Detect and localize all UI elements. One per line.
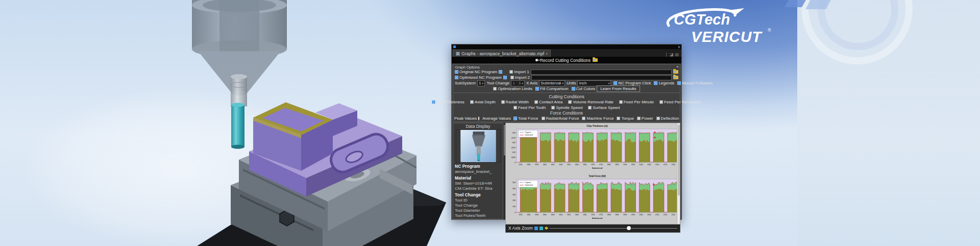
checkbox-box[interactable]	[659, 100, 663, 104]
pin-icon[interactable]: ❘	[665, 52, 668, 57]
checkbox-box[interactable]	[588, 106, 592, 109]
checkbox-box[interactable]	[493, 87, 497, 91]
zoom-in-icon[interactable]	[534, 227, 538, 230]
checkbox-box[interactable]	[470, 100, 474, 104]
checkbox-label: Feed Per Tooth	[518, 105, 546, 110]
checkbox-box[interactable]	[455, 70, 458, 74]
checkbox-spindle-speed[interactable]: Spindle Speed	[551, 105, 582, 110]
graph-options-header: Graph Options	[455, 65, 480, 70]
checkbox-box[interactable]	[677, 81, 681, 85]
checkbox-label: Mouse Followers	[682, 81, 713, 85]
chart-text: 3300	[527, 214, 530, 216]
checkbox-machine-force[interactable]: Machine Force	[582, 116, 614, 121]
zoom-slider-track[interactable]	[550, 228, 677, 229]
tab-graphs[interactable]: Graphs - aerospace_bracket_alternate.mpf…	[453, 50, 551, 57]
chart-text: 3550	[567, 164, 571, 166]
import1-browse-icon[interactable]	[673, 70, 678, 74]
checkbox-box[interactable]	[510, 76, 514, 79]
checkbox-box[interactable]	[509, 70, 513, 74]
checkbox-box[interactable]	[654, 81, 657, 85]
zoom-out-icon[interactable]	[540, 227, 543, 230]
checkbox-cut-colors[interactable]: Cut Colors	[572, 86, 596, 91]
data-display-header: Data Display	[455, 124, 501, 129]
chart-text: 4200	[672, 214, 675, 216]
import2-checkbox[interactable]: Import 2	[510, 75, 530, 80]
checkbox-total-force[interactable]: Total Force	[513, 116, 538, 121]
charts-scrollbar[interactable]	[677, 123, 680, 224]
checkbox-box[interactable]	[582, 117, 585, 120]
checkbox-radial-width[interactable]: Radial Width	[501, 100, 529, 104]
record-folder-icon[interactable]	[593, 58, 598, 62]
checkbox-nc-program-click[interactable]: NC Program Click	[614, 81, 651, 85]
checkbox-mouse-followers[interactable]: Mouse Followers	[677, 81, 713, 85]
checkbox-box[interactable]	[614, 81, 617, 85]
checkbox-fill-comparison[interactable]: Fill Comparison	[535, 86, 569, 91]
units-label: Units	[567, 81, 576, 85]
float-icon[interactable]: ◪	[670, 52, 674, 57]
collapse-caret-icon[interactable]: ▾	[676, 65, 678, 69]
original-nc-checkbox[interactable]: Original NC Program	[455, 70, 497, 74]
chart-text: 3500	[559, 164, 562, 166]
window-close-icon[interactable]: x	[678, 45, 680, 49]
dock-icon[interactable]: ▤	[675, 52, 679, 57]
checkbox-box[interactable]	[501, 100, 505, 104]
import1-path-field[interactable]	[531, 70, 672, 75]
checkbox-box[interactable]	[551, 106, 555, 109]
checkbox-box[interactable]	[513, 106, 517, 109]
checkbox-box[interactable]	[542, 117, 545, 120]
checkbox-box[interactable]	[617, 117, 620, 120]
zoom-slider-thumb[interactable]	[627, 226, 631, 230]
import1-checkbox[interactable]: Import 1	[509, 70, 529, 74]
optimized-nc-color-box[interactable]	[503, 76, 507, 79]
checkbox-box[interactable]	[535, 87, 539, 91]
checkbox-volume-removal-rate[interactable]: Volume Removal Rate	[568, 100, 614, 104]
chart-text: 3900	[623, 214, 627, 216]
subsystem-select[interactable]: 1▾	[477, 80, 485, 86]
data-section-title: NC Program	[455, 164, 501, 169]
checkbox-label: Spindle Speed	[556, 105, 582, 110]
checkbox-box[interactable]	[455, 76, 458, 79]
checkbox-label: Chip Thickness	[436, 100, 464, 104]
checkbox-torque[interactable]: Torque	[617, 116, 633, 121]
import2-browse-icon[interactable]	[673, 76, 678, 79]
checkbox-power[interactable]: Power	[637, 116, 653, 121]
tab-close-icon[interactable]: x	[546, 51, 548, 56]
checkbox-box[interactable]	[619, 100, 623, 104]
checkbox-feed-per-tooth[interactable]: Feed Per Tooth	[513, 105, 546, 110]
checkbox-feed-per-revolution[interactable]: Feed Per Revolution	[659, 100, 701, 104]
checkbox-label: Contact Area	[539, 100, 562, 104]
checkbox-box[interactable]	[637, 117, 641, 120]
original-nc-color-box[interactable]	[499, 70, 502, 74]
learn-from-results-button[interactable]: Learn From Results	[597, 85, 640, 92]
checkbox-surface-speed[interactable]: Surface Speed	[588, 105, 620, 110]
checkbox-radial-axial-force[interactable]: Radial/Axial Force	[542, 116, 579, 121]
checkbox-box[interactable]	[513, 117, 517, 120]
checkbox-axial-depth[interactable]: Axial Depth	[470, 100, 496, 104]
zoom-reset-icon[interactable]	[545, 227, 548, 230]
checkbox-box[interactable]	[572, 87, 575, 91]
record-button[interactable]: Record Cutting Conditions	[540, 58, 591, 63]
tool-change-select[interactable]: 1 : 3▾	[511, 80, 525, 86]
checkbox-box[interactable]	[534, 100, 538, 104]
optimized-nc-checkbox[interactable]: Optimized NC Program	[455, 75, 502, 80]
chart-text: Subinterval	[592, 217, 603, 219]
checkbox-box[interactable]	[568, 100, 572, 104]
checkbox-feed-per-minute[interactable]: Feed Per Minute	[619, 100, 654, 104]
checkbox-legends[interactable]: Legends	[654, 81, 674, 85]
checkbox-contact-area[interactable]: Contact Area	[534, 100, 562, 104]
import2-path-field[interactable]	[531, 75, 672, 80]
chart-text: 400	[512, 188, 516, 190]
chart-text: 200	[512, 200, 516, 202]
checkbox-label: Fill Comparison	[540, 86, 569, 91]
checkbox-box[interactable]	[656, 117, 660, 120]
checkbox-box[interactable]	[432, 100, 435, 104]
checkbox-deflection[interactable]: Deflection	[656, 116, 679, 121]
window-tabbar: Graphs - aerospace_bracket_alternate.mpf…	[452, 49, 681, 57]
peak-values-radio[interactable]	[478, 117, 479, 120]
checkbox-label: Volume Removal Rate	[573, 100, 614, 104]
checkbox-label: Feed Per Revolution	[664, 100, 701, 104]
data-section-tool-change: Tool ChangeTool IDTool ChangeTool Diamet…	[455, 192, 501, 218]
xaxis-select[interactable]: Subinterval▾	[539, 80, 565, 86]
checkbox-chip-thickness[interactable]: Chip Thickness	[432, 100, 464, 104]
checkbox-optimization-limits[interactable]: Optimization Limits	[493, 86, 532, 91]
